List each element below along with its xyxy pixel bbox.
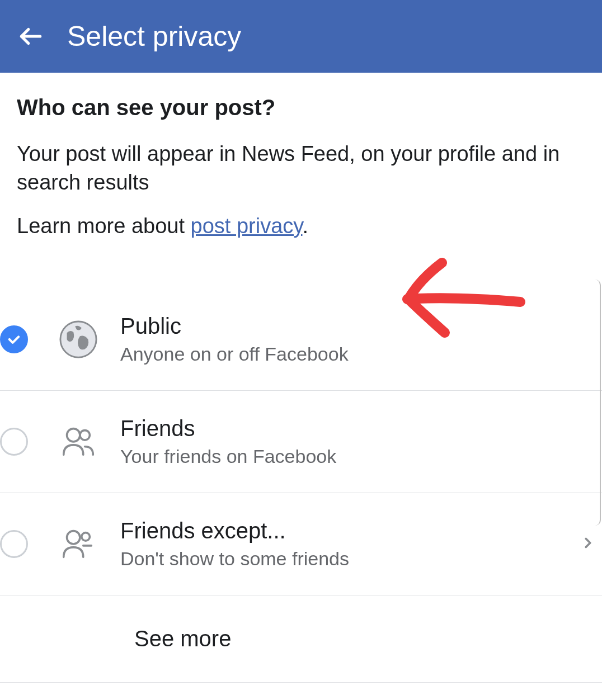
back-arrow-icon — [17, 22, 45, 50]
svg-point-3 — [67, 531, 80, 543]
radio-friends-except[interactable] — [0, 530, 28, 558]
privacy-options-list: Public Anyone on or off Facebook Friends… — [0, 288, 602, 683]
back-button[interactable] — [17, 22, 45, 50]
chevron-right-icon — [580, 532, 596, 556]
friends-except-icon — [59, 524, 98, 564]
option-title-public: Public — [120, 314, 602, 339]
scroll-indicator — [590, 280, 601, 526]
svg-point-4 — [82, 532, 90, 541]
learn-more-text: Learn more about post privacy. — [17, 214, 585, 238]
learn-more-suffix: . — [302, 214, 308, 238]
option-subtitle-friends-except: Don't show to some friends — [120, 548, 580, 570]
privacy-option-public[interactable]: Public Anyone on or off Facebook — [0, 288, 602, 391]
friends-icon — [59, 422, 98, 461]
svg-point-2 — [80, 430, 90, 440]
option-text-friends-except: Friends except... Don't show to some fri… — [120, 518, 580, 570]
page-title: Select privacy — [67, 20, 241, 53]
learn-more-prefix: Learn more about — [17, 214, 191, 238]
option-title-friends: Friends — [120, 416, 602, 441]
header: Select privacy — [0, 0, 602, 73]
option-subtitle-public: Anyone on or off Facebook — [120, 343, 602, 365]
post-privacy-link[interactable]: post privacy — [191, 214, 303, 238]
option-title-friends-except: Friends except... — [120, 518, 580, 543]
option-text-friends: Friends Your friends on Facebook — [120, 416, 602, 467]
radio-friends[interactable] — [0, 428, 28, 456]
option-subtitle-friends: Your friends on Facebook — [120, 446, 602, 467]
see-more-label: See more — [134, 626, 231, 651]
radio-public[interactable] — [0, 325, 28, 353]
privacy-option-friends-except[interactable]: Friends except... Don't show to some fri… — [0, 493, 602, 595]
see-more-button[interactable]: See more — [0, 595, 602, 683]
privacy-option-friends[interactable]: Friends Your friends on Facebook — [0, 391, 602, 493]
option-text-public: Public Anyone on or off Facebook — [120, 314, 602, 365]
content-area: Who can see your post? Your post will ap… — [0, 73, 602, 272]
checkmark-icon — [6, 332, 22, 347]
section-heading: Who can see your post? — [17, 95, 585, 120]
svg-point-1 — [67, 428, 80, 441]
description-text: Your post will appear in News Feed, on y… — [17, 140, 585, 197]
globe-icon — [59, 320, 98, 359]
